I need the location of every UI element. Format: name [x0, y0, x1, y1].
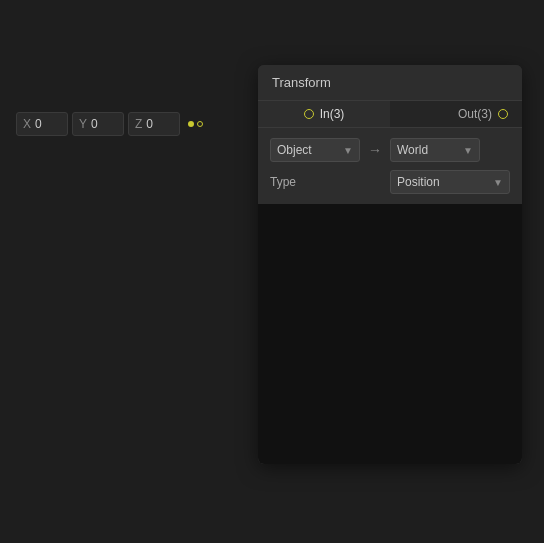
panel-dark-area [258, 204, 522, 464]
tab-in-connector [304, 109, 314, 119]
type-row: Type Position ▼ [270, 170, 510, 194]
y-field[interactable]: Y 0 [72, 112, 124, 136]
panel-title-text: Transform [272, 75, 331, 90]
tab-out[interactable]: Out(3) [390, 101, 522, 127]
to-dropdown[interactable]: World ▼ [390, 138, 480, 162]
z-field[interactable]: Z 0 [128, 112, 180, 136]
type-dropdown[interactable]: Position ▼ [390, 170, 510, 194]
dot-filled [188, 121, 194, 127]
y-value: 0 [91, 117, 98, 131]
to-dropdown-value: World [397, 143, 428, 157]
from-dropdown[interactable]: Object ▼ [270, 138, 360, 162]
dot-outline [197, 121, 203, 127]
panel-content: Object ▼ → World ▼ Type Position ▼ [258, 128, 522, 204]
panel-title: Transform [258, 65, 522, 100]
x-value: 0 [35, 117, 42, 131]
x-label: X [23, 117, 31, 131]
transform-panel: Transform In(3) Out(3) Object ▼ → World … [258, 65, 522, 464]
y-label: Y [79, 117, 87, 131]
tab-out-connector [498, 109, 508, 119]
tab-in[interactable]: In(3) [258, 101, 390, 127]
type-label: Type [270, 175, 310, 189]
vector-input-row: X 0 Y 0 Z 0 [16, 112, 203, 136]
from-dropdown-value: Object [277, 143, 312, 157]
z-label: Z [135, 117, 142, 131]
tab-in-label: In(3) [320, 107, 345, 121]
from-chevron-icon: ▼ [343, 145, 353, 156]
type-chevron-icon: ▼ [493, 177, 503, 188]
x-field[interactable]: X 0 [16, 112, 68, 136]
to-chevron-icon: ▼ [463, 145, 473, 156]
tab-out-label: Out(3) [458, 107, 492, 121]
type-dropdown-value: Position [397, 175, 440, 189]
transform-row: Object ▼ → World ▼ [270, 138, 510, 162]
connector-dots [188, 121, 203, 127]
arrow-icon: → [368, 142, 382, 158]
z-value: 0 [146, 117, 153, 131]
panel-tabs: In(3) Out(3) [258, 100, 522, 128]
